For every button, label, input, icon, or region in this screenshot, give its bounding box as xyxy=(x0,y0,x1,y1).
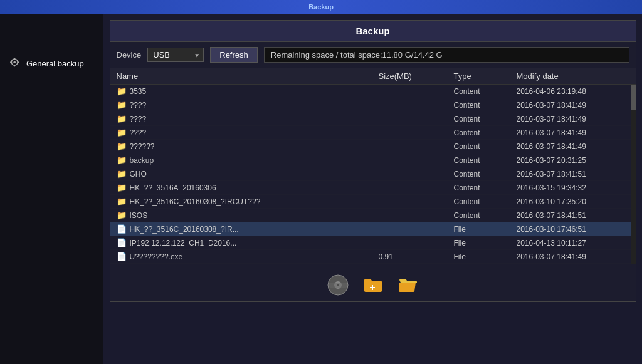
file-name-cell: 📁 ISOS xyxy=(117,211,379,220)
file-date: 2016-03-07 20:31:25 xyxy=(517,156,629,165)
file-type: Content xyxy=(454,197,517,206)
file-name: IP192.12.12.122_CH1_D2016... xyxy=(130,239,237,247)
file-icon: 📄 xyxy=(117,238,127,247)
folder-icon: 📁 xyxy=(117,128,127,137)
file-date: 2016-04-06 23:19:48 xyxy=(517,87,629,96)
file-name: backup xyxy=(130,156,154,165)
table-row[interactable]: 📁 HK_??_3516A_20160306 Content 2016-03-1… xyxy=(110,181,636,195)
file-name: 3535 xyxy=(130,87,147,96)
table-row[interactable]: 📁 ISOS Content 2016-03-07 18:41:51 xyxy=(110,209,636,222)
file-date: 2016-03-07 18:41:49 xyxy=(517,252,629,261)
folder-icon: 📁 xyxy=(117,86,127,96)
folder-icon: 📁 xyxy=(117,100,127,110)
sidebar: General backup xyxy=(0,14,103,364)
file-name: ?????? xyxy=(130,142,155,151)
folder-icon: 📁 xyxy=(117,197,127,206)
file-type: Content xyxy=(454,128,517,137)
file-name: ???? xyxy=(130,128,147,137)
scrollbar-track xyxy=(631,85,636,264)
folder-icon: 📁 xyxy=(117,114,127,123)
file-date: 2016-03-07 18:41:49 xyxy=(517,115,629,123)
svg-point-0 xyxy=(13,61,16,63)
folder-icon: 📁 xyxy=(117,155,127,165)
table-row[interactable]: 📁 ???? Content 2016-03-07 18:41:49 xyxy=(110,126,636,140)
refresh-button[interactable]: Refresh xyxy=(210,47,258,63)
folder-icon: 📁 xyxy=(117,169,127,179)
folder-icon: 📁 xyxy=(117,183,127,192)
bottom-bar xyxy=(110,264,636,301)
file-name: ???? xyxy=(130,115,147,123)
file-list-body[interactable]: 📁 3535 Content 2016-04-06 23:19:48 📁 ???… xyxy=(110,85,636,264)
file-date: 2016-03-07 18:41:49 xyxy=(517,142,629,151)
file-name: ???? xyxy=(130,101,147,110)
svg-rect-4 xyxy=(18,61,19,63)
device-select-wrapper: USB ▼ xyxy=(147,48,204,62)
file-date: 2016-03-10 17:35:20 xyxy=(517,197,629,206)
file-type: Content xyxy=(454,101,517,110)
file-date: 2016-03-07 18:41:51 xyxy=(517,170,629,179)
col-size: Size(MB) xyxy=(379,71,454,81)
col-name: Name xyxy=(117,71,379,81)
file-type: Content xyxy=(454,87,517,96)
table-row[interactable]: 📄 HK_??_3516C_20160308_?IR... File 2016-… xyxy=(110,222,636,236)
file-name-cell: 📁 ???? xyxy=(117,114,379,123)
folder-open-icon[interactable] xyxy=(397,274,419,296)
file-type: File xyxy=(454,225,517,234)
table-row[interactable]: 📁 ???? Content 2016-03-07 18:41:49 xyxy=(110,112,636,126)
svg-rect-2 xyxy=(14,65,15,67)
col-date: Modify date xyxy=(517,71,629,81)
table-row[interactable]: 📄 U????????.exe 0.91 File 2016-03-07 18:… xyxy=(110,250,636,264)
file-name-cell: 📁 backup xyxy=(117,155,379,165)
file-name-cell: 📄 HK_??_3516C_20160308_?IR... xyxy=(117,224,379,234)
table-row[interactable]: 📁 3535 Content 2016-04-06 23:19:48 xyxy=(110,85,636,98)
file-name-cell: 📁 3535 xyxy=(117,86,379,96)
file-type: Content xyxy=(454,184,517,192)
file-type: Content xyxy=(454,211,517,220)
file-name-cell: 📄 IP192.12.12.122_CH1_D2016... xyxy=(117,238,379,247)
top-bar: Backup xyxy=(0,0,642,14)
top-bar-label: Backup xyxy=(308,3,334,11)
file-type: File xyxy=(454,252,517,261)
dialog-title: Backup xyxy=(110,21,636,42)
file-name: HK_??_3516C_20160308_?IR... xyxy=(130,225,239,234)
file-size: 0.91 xyxy=(379,252,454,261)
file-name-cell: 📄 U????????.exe xyxy=(117,252,379,261)
sidebar-item-general-backup[interactable]: General backup xyxy=(0,51,103,75)
file-name: GHO xyxy=(130,170,147,179)
col-type: Type xyxy=(454,71,517,81)
file-name-cell: 📁 GHO xyxy=(117,169,379,179)
device-select[interactable]: USB xyxy=(147,48,204,62)
svg-rect-10 xyxy=(370,287,375,288)
file-name: U????????.exe xyxy=(130,252,183,261)
table-row[interactable]: 📁 backup Content 2016-03-07 20:31:25 xyxy=(110,153,636,167)
svg-rect-3 xyxy=(10,61,12,63)
file-name-cell: 📁 ???? xyxy=(117,100,379,110)
gear-icon xyxy=(10,58,21,69)
folder-icon: 📁 xyxy=(117,211,127,220)
table-row[interactable]: 📁 ???? Content 2016-03-07 18:41:49 xyxy=(110,98,636,112)
svg-rect-8 xyxy=(329,283,347,288)
folder-add-icon[interactable] xyxy=(362,274,384,296)
table-row[interactable]: 📁 ?????? Content 2016-03-07 18:41:49 xyxy=(110,140,636,153)
scrollbar-thumb[interactable] xyxy=(631,85,636,110)
folder-icon: 📁 xyxy=(117,142,127,151)
table-row[interactable]: 📁 GHO Content 2016-03-07 18:41:51 xyxy=(110,167,636,181)
device-label: Device xyxy=(117,50,142,60)
file-name-cell: 📁 HK_??_3516C_20160308_?IRCUT??? xyxy=(117,197,379,206)
file-icon: 📄 xyxy=(117,252,127,261)
file-list-header: Name Size(MB) Type Modify date xyxy=(110,68,636,85)
table-row[interactable]: 📄 IP192.12.12.122_CH1_D2016... File 2016… xyxy=(110,236,636,250)
file-type: Content xyxy=(454,156,517,165)
file-type: File xyxy=(454,239,517,247)
backup-icon[interactable] xyxy=(327,274,349,296)
file-name: ISOS xyxy=(130,211,148,220)
space-info: Remaining space / total space:11.80 G/14… xyxy=(264,47,629,63)
file-date: 2016-03-15 19:34:32 xyxy=(517,184,629,192)
file-date: 2016-03-07 18:41:49 xyxy=(517,128,629,137)
table-row[interactable]: 📁 HK_??_3516C_20160308_?IRCUT??? Content… xyxy=(110,195,636,209)
file-name: HK_??_3516C_20160308_?IRCUT??? xyxy=(130,197,261,206)
file-type: Content xyxy=(454,170,517,179)
file-list-container: 📁 3535 Content 2016-04-06 23:19:48 📁 ???… xyxy=(110,85,636,264)
main-content: Backup Device USB ▼ Refresh Remaining sp… xyxy=(103,14,642,364)
file-type: Content xyxy=(454,115,517,123)
